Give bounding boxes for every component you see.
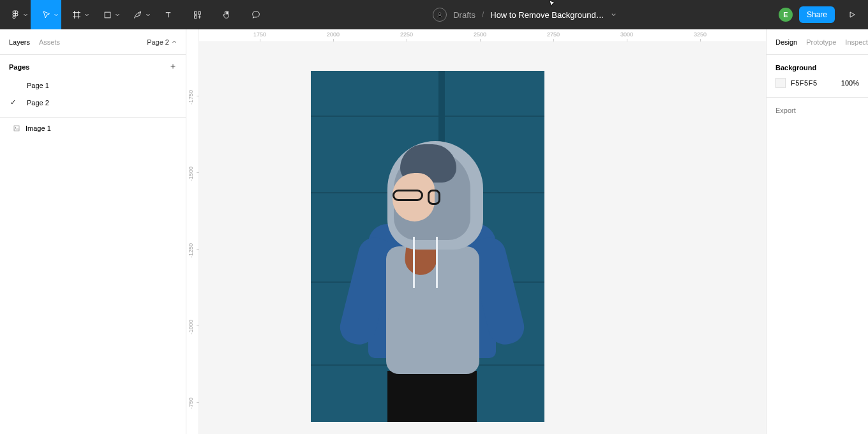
toolbar-left (0, 0, 271, 29)
svg-rect-0 (105, 12, 110, 18)
color-swatch[interactable] (775, 78, 786, 88)
layer-item[interactable]: Image 1 (0, 118, 186, 137)
page-selector-label: Page 2 (147, 38, 169, 46)
resources-icon (193, 10, 202, 20)
chevron-down-icon (23, 10, 28, 19)
svg-rect-3 (194, 15, 197, 18)
chevron-down-icon (146, 10, 151, 19)
pages-section: Pages ✓ Page 1 ✓ Page 2 (0, 55, 186, 118)
image-layer-icon (13, 124, 20, 132)
horizontal-ruler: 1750 2000 2250 2500 2750 3000 3250 (199, 29, 766, 42)
tab-assets[interactable]: Assets (39, 38, 60, 46)
pen-tool-button[interactable] (123, 0, 153, 29)
svg-rect-1 (194, 11, 197, 14)
owner-avatar-icon (433, 8, 447, 22)
rectangle-icon (103, 10, 112, 20)
main-menu-button[interactable] (0, 0, 31, 29)
share-button[interactable]: Share (799, 6, 835, 23)
shape-tool-button[interactable] (92, 0, 123, 29)
ruler-label: 2500 (474, 31, 486, 38)
export-section[interactable]: Export (767, 98, 868, 123)
breadcrumb-separator: / (482, 10, 484, 19)
frame-icon (71, 10, 82, 20)
layer-item-label: Image 1 (26, 124, 51, 132)
toolbar-right: E Share (779, 0, 868, 29)
resources-tool-button[interactable] (183, 0, 212, 29)
background-hex[interactable]: F5F5F5 (791, 79, 818, 87)
text-icon (163, 10, 173, 20)
svg-rect-2 (198, 11, 200, 14)
ruler-label: 3000 (620, 31, 633, 38)
svg-point-6 (15, 127, 16, 128)
chevron-down-icon (54, 10, 59, 19)
ruler-label: 1750 (253, 31, 266, 38)
ruler-label: 2750 (547, 31, 560, 38)
text-tool-button[interactable] (153, 0, 183, 29)
add-page-button[interactable] (169, 63, 177, 71)
breadcrumb-project[interactable]: Drafts (453, 10, 475, 20)
canvas-stage[interactable] (199, 42, 766, 434)
cursor-icon (41, 10, 51, 20)
move-tool-button[interactable] (31, 0, 61, 29)
background-color-row[interactable]: F5F5F5 100% (767, 78, 868, 97)
user-avatar[interactable]: E (779, 8, 793, 22)
chevron-down-icon (84, 10, 89, 19)
page-item-label: Page 2 (27, 99, 49, 107)
ruler-label: -1500 (188, 167, 194, 181)
export-label: Export (775, 107, 796, 114)
svg-point-4 (438, 13, 441, 15)
play-icon (848, 10, 857, 19)
tab-layers[interactable]: Layers (9, 38, 30, 46)
tab-design[interactable]: Design (775, 38, 797, 46)
present-button[interactable] (841, 0, 863, 29)
breadcrumb-file[interactable]: How to Remove Background… (490, 10, 604, 20)
chevron-down-icon[interactable] (611, 10, 617, 19)
chevron-down-icon (115, 10, 120, 19)
ruler-label: -1750 (188, 90, 194, 105)
ruler-label: 3250 (694, 31, 707, 38)
canvas-image[interactable] (311, 71, 544, 422)
breadcrumb[interactable]: Drafts / How to Remove Background… (433, 8, 617, 22)
page-item[interactable]: ✓ Page 1 (0, 77, 186, 94)
chevron-up-icon (172, 40, 177, 45)
hand-icon (221, 10, 232, 20)
top-toolbar: Drafts / How to Remove Background… E Sha… (0, 0, 868, 29)
plus-icon (169, 63, 177, 70)
right-panel: Design Prototype Inspect Background F5F5… (766, 29, 868, 434)
ruler-label: 2000 (327, 31, 340, 38)
page-item[interactable]: ✓ Page 2 (0, 94, 186, 111)
pen-icon (133, 10, 143, 20)
frame-tool-button[interactable] (61, 0, 92, 29)
canvas[interactable]: -1750 -1500 -1250 -1000 -750 1750 2000 2… (186, 29, 766, 434)
figma-logo-icon (10, 10, 20, 20)
comment-tool-button[interactable] (241, 0, 271, 29)
right-panel-tabs: Design Prototype Inspect (767, 29, 868, 55)
tab-inspect[interactable]: Inspect (845, 38, 867, 46)
page-item-label: Page 1 (27, 82, 49, 89)
background-opacity[interactable]: 100% (841, 79, 859, 87)
left-panel-tabs: Layers Assets Page 2 (0, 29, 186, 55)
vertical-ruler: -1750 -1500 -1250 -1000 -750 (186, 29, 199, 434)
svg-rect-5 (14, 126, 19, 131)
ruler-label: -1250 (188, 243, 194, 258)
ruler-label: -1000 (188, 320, 194, 334)
hand-tool-button[interactable] (212, 0, 241, 29)
check-icon: ✓ (10, 98, 19, 107)
page-selector[interactable]: Page 2 (147, 38, 177, 46)
left-panel: Layers Assets Page 2 Pages ✓ Page 1 (0, 29, 186, 434)
ruler-label: -750 (188, 398, 194, 409)
tab-prototype[interactable]: Prototype (806, 38, 836, 46)
comment-icon (251, 10, 261, 20)
ruler-label: 2250 (400, 31, 413, 38)
pages-heading: Pages (9, 63, 29, 71)
background-section-title: Background (767, 55, 868, 78)
